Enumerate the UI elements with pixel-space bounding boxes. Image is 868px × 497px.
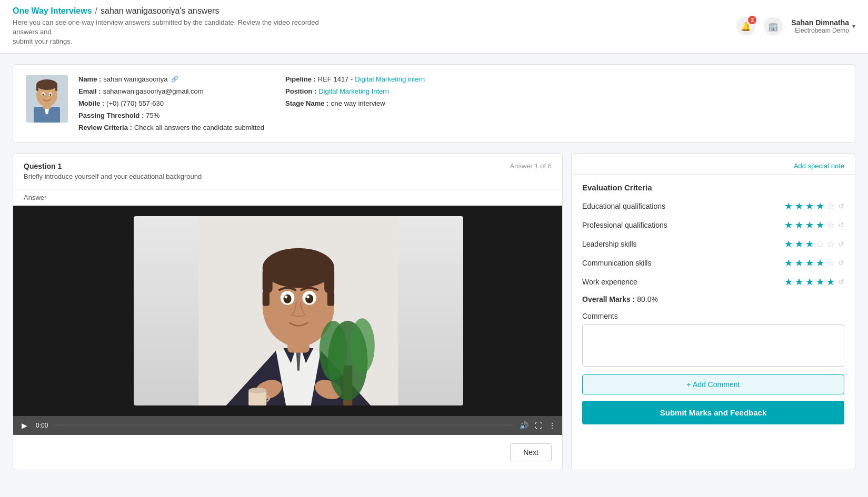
star-3-1[interactable]: ★: [784, 257, 793, 269]
header-left: One Way Interviews / sahan wanigasooriya…: [13, 6, 328, 47]
passing-value: 75%: [146, 111, 159, 119]
star-1-3[interactable]: ★: [805, 219, 814, 231]
user-text: Sahan Dimnatha Electrobeam Demo: [791, 18, 849, 34]
evaluation-criteria-title: Evaluation Criteria: [582, 183, 844, 192]
svg-rect-7: [55, 85, 57, 91]
building-icon[interactable]: 🏢: [764, 17, 783, 36]
svg-point-11: [50, 94, 52, 96]
evaluation-panel: Add special note Evaluation Criteria Edu…: [571, 153, 855, 470]
overall-marks-label: Overall Marks :: [582, 295, 635, 303]
video-controls: ▶ 0:00 🔊 ⛶ ⋮: [13, 416, 562, 435]
star-4-2[interactable]: ★: [795, 276, 803, 288]
review-criteria-row: Review Criteria : Check all answers the …: [78, 124, 264, 131]
name-label: Name :: [78, 75, 101, 83]
content-area: Question 1 Briefly introduce yourself an…: [13, 153, 855, 470]
video-player[interactable]: [13, 206, 562, 416]
breadcrumb: One Way Interviews / sahan wanigasooriya…: [13, 6, 328, 16]
page-title: sahan wanigasooriya's answers: [101, 6, 219, 16]
svg-point-5: [36, 79, 57, 90]
svg-point-22: [263, 248, 334, 288]
overall-marks-value: 80.0%: [637, 295, 658, 303]
volume-button[interactable]: 🔊: [520, 421, 528, 430]
star-0-2[interactable]: ★: [795, 200, 803, 212]
star-4-1[interactable]: ★: [784, 276, 793, 288]
candidate-mobile: (+0) (770) 557-630: [106, 99, 164, 107]
position-label: Position :: [285, 87, 316, 95]
notification-badge: 2: [748, 16, 756, 24]
answer-label: Answer: [13, 189, 562, 206]
star-1-4[interactable]: ★: [816, 219, 824, 231]
svg-point-36: [249, 387, 267, 393]
add-special-note-link[interactable]: Add special note: [794, 162, 844, 170]
candidate-name: sahan wanigasooriya: [103, 75, 167, 83]
criteria-name-0: Educational qualifications: [582, 202, 784, 210]
app-name-link[interactable]: One Way Interviews: [13, 6, 92, 16]
header-right: 🔔 2 🏢 Sahan Dimnatha Electrobeam Demo ▾: [736, 17, 855, 36]
star-reset-1[interactable]: ↺: [838, 221, 844, 229]
svg-rect-26: [327, 291, 334, 306]
notification-icon[interactable]: 🔔 2: [736, 17, 755, 36]
stage-row: Stage Name : one way interview: [285, 99, 425, 107]
add-comment-button[interactable]: + Add Comment: [582, 374, 844, 394]
criteria-row-2: Leadership skills★★★☆☆↺: [582, 238, 844, 250]
candidate-email-row: Email : sahanwanigasooriya@gmail.com: [78, 87, 264, 95]
pipeline-name-link[interactable]: Digital Marketing intern: [355, 75, 425, 83]
position-value[interactable]: Digital Marketing Intern: [318, 87, 389, 95]
star-1-2[interactable]: ★: [795, 219, 803, 231]
criteria-row-4: Work experience★★★★★↺: [582, 276, 844, 288]
candidate-avatar: [26, 75, 68, 123]
submit-marks-button[interactable]: Submit Marks and Feedback: [582, 401, 844, 424]
external-link-icon[interactable]: 🔗: [171, 76, 178, 83]
star-0-5[interactable]: ☆: [826, 200, 835, 212]
star-reset-4[interactable]: ↺: [838, 278, 844, 286]
criteria-stars-0: ★★★★☆↺: [784, 200, 844, 212]
user-info[interactable]: Sahan Dimnatha Electrobeam Demo ▾: [791, 18, 855, 34]
video-person-frame: [134, 216, 463, 405]
star-2-1[interactable]: ★: [784, 238, 793, 250]
star-4-4[interactable]: ★: [816, 276, 824, 288]
candidate-email: sahanwanigasooriya@gmail.com: [103, 87, 204, 95]
star-2-4[interactable]: ☆: [816, 238, 824, 250]
comments-label: Comments: [582, 312, 844, 320]
more-options-button[interactable]: ⋮: [548, 421, 556, 430]
star-3-2[interactable]: ★: [795, 257, 803, 269]
question-title: Question 1: [24, 162, 202, 170]
star-3-4[interactable]: ★: [816, 257, 824, 269]
comments-textarea[interactable]: [582, 324, 844, 367]
video-progress-bar[interactable]: [54, 424, 513, 426]
star-0-1[interactable]: ★: [784, 200, 793, 212]
next-button[interactable]: Next: [510, 443, 552, 461]
fullscreen-button[interactable]: ⛶: [535, 421, 542, 430]
star-4-3[interactable]: ★: [805, 276, 814, 288]
star-2-2[interactable]: ★: [795, 238, 803, 250]
pipeline-label: Pipeline :: [285, 75, 316, 83]
passing-threshold-row: Passing Threshold : 75%: [78, 111, 264, 119]
chevron-down-icon: ▾: [852, 23, 855, 30]
next-button-area: Next: [13, 435, 562, 470]
star-0-3[interactable]: ★: [805, 200, 814, 212]
eval-header: Add special note: [572, 154, 855, 175]
star-2-5[interactable]: ☆: [826, 238, 835, 250]
email-label: Email :: [78, 87, 101, 95]
question-header: Question 1 Briefly introduce yourself an…: [13, 154, 562, 189]
star-1-5[interactable]: ☆: [826, 219, 835, 231]
star-reset-2[interactable]: ↺: [838, 240, 844, 248]
star-0-4[interactable]: ★: [816, 200, 824, 212]
play-button[interactable]: ▶: [19, 420, 29, 431]
criteria-stars-3: ★★★★☆↺: [784, 257, 844, 269]
criteria-row-1: Professional qualifications★★★★☆↺: [582, 219, 844, 231]
star-reset-0[interactable]: ↺: [838, 202, 844, 210]
criteria-stars-4: ★★★★★↺: [784, 276, 844, 288]
mobile-label: Mobile :: [78, 99, 104, 107]
detail-col-left: Name : sahan wanigasooriya 🔗 Email : sah…: [78, 75, 264, 131]
star-1-1[interactable]: ★: [784, 219, 793, 231]
star-3-5[interactable]: ☆: [826, 257, 835, 269]
review-value: Check all answers the candidate submitte…: [134, 124, 264, 131]
pipeline-ref: REF 1417 -: [318, 75, 353, 83]
star-3-3[interactable]: ★: [805, 257, 814, 269]
star-2-3[interactable]: ★: [805, 238, 814, 250]
star-4-5[interactable]: ★: [826, 276, 835, 288]
star-reset-3[interactable]: ↺: [838, 259, 844, 267]
comments-section: Comments: [582, 312, 844, 368]
criteria-row-3: Communication skills★★★★☆↺: [582, 257, 844, 269]
